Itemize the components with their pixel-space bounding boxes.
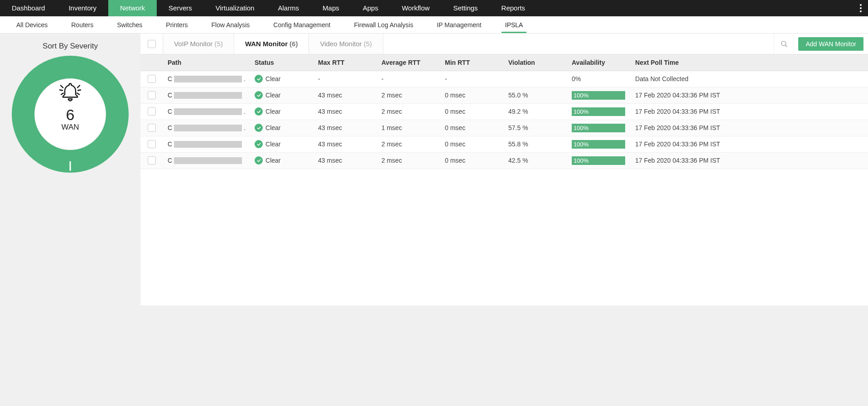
availability-bar: 100% [572,91,625,100]
cell-violation: 57.5 % [504,120,567,136]
secondary-nav-config-management[interactable]: Config Management [261,16,342,33]
path-redacted [174,108,242,115]
svg-line-6 [77,86,80,88]
cell-next-poll: Data Not Collected [631,71,868,87]
tab-label: VoIP Monitor [174,40,213,48]
col-min-rtt[interactable]: Min RTT [440,54,504,71]
secondary-nav-flow-analysis[interactable]: Flow Analysis [200,16,262,33]
path-suffix: . [244,75,246,82]
kebab-menu-icon[interactable] [854,0,868,16]
path-redacted [174,141,242,148]
table-row[interactable]: C.Clear---0%Data Not Collected [140,71,868,87]
cell-next-poll: 17 Feb 2020 04:33:36 PM IST [631,103,868,120]
primary-nav-servers[interactable]: Servers [157,0,204,16]
secondary-nav-routers[interactable]: Routers [59,16,105,33]
severity-title: Sort By Severity [0,42,140,51]
row-checkbox[interactable] [148,140,156,148]
row-checkbox[interactable] [148,75,156,83]
path-prefix: C [168,124,172,131]
col-status[interactable]: Status [250,54,313,71]
table-row[interactable]: C.Clear43 msec1 msec0 msec57.5 %100%17 F… [140,120,868,136]
secondary-nav-all-devices[interactable]: All Devices [5,16,59,33]
primary-nav-settings[interactable]: Settings [441,0,489,16]
severity-count: 6 [61,106,79,124]
tab-voip-monitor[interactable]: VoIP Monitor (5) [163,34,234,54]
cell-min-rtt: 0 msec [440,120,504,136]
path-redacted [174,125,242,131]
cell-availability: 100% [567,120,631,136]
tab-count: (5) [215,40,223,48]
cell-avg-rtt: 2 msec [377,103,440,120]
secondary-nav-ipsla[interactable]: IPSLA [493,16,535,33]
cell-avg-rtt: 2 msec [377,136,440,152]
col-max-rtt[interactable]: Max RTT [313,54,377,71]
table-row[interactable]: CClear43 msec2 msec0 msec55.8 %100%17 Fe… [140,136,868,152]
row-checkbox[interactable] [148,124,156,132]
table-row[interactable]: C.Clear43 msec2 msec0 msec49.2 %100%17 F… [140,103,868,120]
primary-nav-network[interactable]: Network [108,0,157,16]
add-wan-monitor-button[interactable]: Add WAN Monitor [798,37,863,51]
cell-violation [504,71,567,87]
secondary-nav-firewall-log-analysis[interactable]: Firewall Log Analysis [342,16,425,33]
cell-max-rtt: 43 msec [313,87,377,103]
cell-availability: 100% [567,152,631,169]
select-all-checkbox[interactable] [148,40,156,48]
availability-bar: 100% [572,156,625,165]
cell-availability: 100% [567,87,631,103]
primary-nav-apps[interactable]: Apps [351,0,390,16]
col-violation[interactable]: Violation [504,54,567,71]
path-redacted [174,92,242,99]
monitor-content: VoIP Monitor (5)WAN Monitor (6)Video Mon… [140,34,868,305]
availability-bar: 100% [572,124,625,132]
primary-nav-reports[interactable]: Reports [490,0,537,16]
severity-donut[interactable]: 6 WAN [11,55,129,173]
status-text: Clear [265,75,280,82]
row-checkbox[interactable] [148,91,156,99]
cell-max-rtt: 43 msec [313,103,377,120]
row-checkbox[interactable] [148,107,156,116]
path-redacted [174,157,242,164]
tab-count: (5) [364,40,372,48]
row-checkbox[interactable] [148,156,156,164]
secondary-nav-switches[interactable]: Switches [105,16,154,33]
availability-bar: 100% [572,107,625,116]
path-prefix: C [168,92,172,99]
col-next-poll[interactable]: Next Poll Time [631,54,868,71]
primary-nav-inventory[interactable]: Inventory [57,0,108,16]
primary-nav-workflow[interactable]: Workflow [390,0,441,16]
tab-video-monitor[interactable]: Video Monitor (5) [309,34,383,54]
status-text: Clear [265,108,280,115]
path-redacted [174,76,242,82]
status-text: Clear [265,157,280,164]
search-icon [780,40,788,48]
primary-nav: DashboardInventoryNetworkServersVirtuali… [0,0,868,16]
primary-nav-virtualization[interactable]: Virtualization [204,0,266,16]
status-text: Clear [265,92,280,99]
cell-max-rtt: 43 msec [313,152,377,169]
status-clear-icon [255,156,263,164]
path-suffix: . [244,108,246,115]
table-row[interactable]: CClear43 msec2 msec0 msec42.5 %100%17 Fe… [140,152,868,169]
cell-avg-rtt: 2 msec [377,87,440,103]
cell-min-rtt: 0 msec [440,136,504,152]
primary-nav-maps[interactable]: Maps [311,0,351,16]
secondary-nav-ip-management[interactable]: IP Management [425,16,493,33]
table-row[interactable]: CClear43 msec2 msec0 msec55.0 %100%17 Fe… [140,87,868,103]
cell-next-poll: 17 Feb 2020 04:33:36 PM IST [631,87,868,103]
cell-max-rtt: 43 msec [313,136,377,152]
status-clear-icon [255,140,263,148]
col-path[interactable]: Path [163,54,250,71]
status-clear-icon [255,75,263,83]
secondary-nav-printers[interactable]: Printers [154,16,199,33]
monitors-table: Path Status Max RTT Average RTT Min RTT … [140,54,868,169]
path-prefix: C [168,108,172,115]
col-avg-rtt[interactable]: Average RTT [377,54,440,71]
tab-wan-monitor[interactable]: WAN Monitor (6) [234,34,309,54]
search-button[interactable] [774,34,794,54]
primary-nav-dashboard[interactable]: Dashboard [0,0,57,16]
status-clear-icon [255,107,263,116]
cell-violation: 55.8 % [504,136,567,152]
col-availability[interactable]: Availability [567,54,631,71]
severity-panel: Sort By Severity 6 [0,34,140,173]
primary-nav-alarms[interactable]: Alarms [266,0,311,16]
